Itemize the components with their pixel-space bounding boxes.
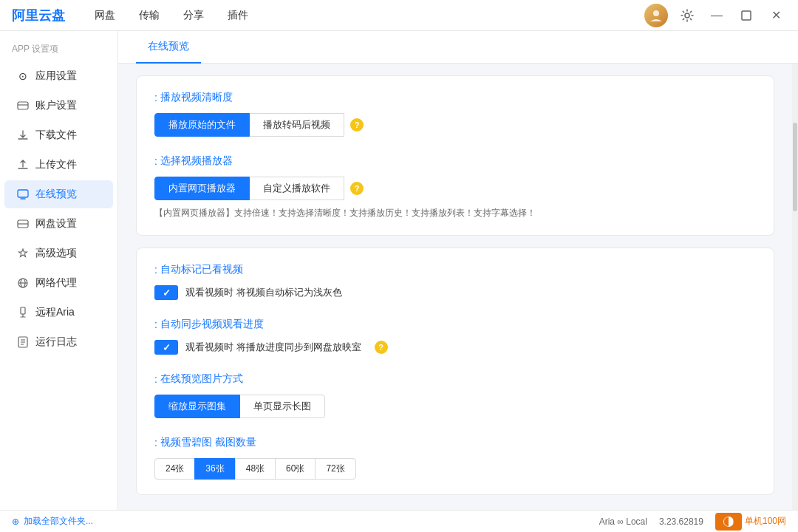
auto-sync-title: 自动同步视频观看进度 xyxy=(154,318,756,331)
btn-builtin-player[interactable]: 内置网页播放器 xyxy=(154,177,250,200)
app-logo: 阿里云盘 xyxy=(12,7,65,24)
auto-sync-checkbox-row: 观看视频时 将播放进度同步到网盘放映室 ? xyxy=(154,340,756,355)
sidebar-label-netdisk: 网盘设置 xyxy=(35,217,77,231)
video-player-group: 内置网页播放器 自定义播放软件 ? xyxy=(154,177,756,200)
sidebar-item-app-settings[interactable]: ⊙ 应用设置 xyxy=(4,62,113,90)
btn-count-72[interactable]: 72张 xyxy=(315,458,355,480)
nav-plugin[interactable]: 插件 xyxy=(228,6,248,25)
account-icon xyxy=(16,99,30,112)
sidebar-item-online-preview[interactable]: 在线预览 xyxy=(4,180,113,208)
sidebar-label-online-preview: 在线预览 xyxy=(35,188,77,201)
auto-sync-hint-icon[interactable]: ? xyxy=(375,341,388,354)
site-badge: 单机100网 xyxy=(715,513,786,531)
svg-rect-3 xyxy=(18,102,28,109)
remote-icon xyxy=(16,306,30,319)
btn-original-file[interactable]: 播放原始的文件 xyxy=(154,113,250,137)
auto-sync-section: 自动同步视频观看进度 观看视频时 将播放进度同步到网盘放映室 ? xyxy=(154,318,756,355)
network-icon xyxy=(16,276,30,290)
sidebar-label-upload: 上传文件 xyxy=(35,158,77,171)
scrollbar-thumb[interactable] xyxy=(793,123,797,211)
auto-mark-label: 观看视频时 将视频自动标记为浅灰色 xyxy=(185,286,342,299)
scrollbar-track[interactable] xyxy=(792,64,798,510)
load-label: 加载全部文件夹... xyxy=(24,515,93,528)
sidebar-item-advanced[interactable]: 高级选项 xyxy=(4,239,113,267)
upload-icon xyxy=(16,158,30,171)
statusbar: ⊕ 加载全部文件夹... Aria ∞ Local 3.23.62819 单机1… xyxy=(0,510,798,532)
advanced-icon xyxy=(16,247,30,260)
sidebar-label-network: 网络代理 xyxy=(35,276,77,290)
video-quality-hint-icon[interactable]: ? xyxy=(350,118,364,132)
waveform-section: 视频雪碧图 截图数量 24张 36张 48张 60张 72张 xyxy=(154,436,756,480)
video-player-section: 选择视频播放器 内置网页播放器 自定义播放软件 ? 【内置网页播放器】支持倍速！… xyxy=(154,154,756,220)
video-quality-title: 播放视频清晰度 xyxy=(154,91,756,104)
titlebar-left: 阿里云盘 网盘 传输 分享 插件 xyxy=(12,6,248,25)
load-icon: ⊕ xyxy=(12,516,19,527)
auto-sync-label: 观看视频时 将播放进度同步到网盘放映室 xyxy=(185,341,361,354)
nav-netdisk[interactable]: 网盘 xyxy=(95,6,115,25)
auto-mark-section: 自动标记已看视频 观看视频时 将视频自动标记为浅灰色 xyxy=(154,263,756,300)
btn-single-long-image[interactable]: 单页显示长图 xyxy=(239,395,325,418)
auto-mark-checkbox[interactable] xyxy=(154,285,178,300)
settings-button[interactable] xyxy=(677,5,698,26)
image-preview-group: 缩放显示图集 单页显示长图 xyxy=(154,395,756,418)
sidebar-item-download[interactable]: 下载文件 xyxy=(4,121,113,149)
netdisk-icon xyxy=(16,217,30,231)
sidebar-item-account-settings[interactable]: 账户设置 xyxy=(4,92,113,120)
sidebar: APP 设置项 ⊙ 应用设置 账户设置 下载文件 xyxy=(0,31,118,510)
avatar[interactable] xyxy=(644,4,668,27)
video-player-title: 选择视频播放器 xyxy=(154,154,756,168)
sidebar-item-upload[interactable]: 上传文件 xyxy=(4,151,113,179)
minimize-button[interactable]: — xyxy=(706,5,727,26)
svg-point-1 xyxy=(685,13,689,18)
video-settings-card: 播放视频清晰度 播放原始的文件 播放转码后视频 ? 选择视频播放器 xyxy=(136,75,774,236)
svg-rect-11 xyxy=(21,307,25,314)
online-preview-icon xyxy=(16,188,30,201)
sidebar-item-run-log[interactable]: 运行日志 xyxy=(4,328,113,356)
aria-status: Aria ∞ Local xyxy=(599,516,647,527)
btn-custom-player[interactable]: 自定义播放软件 xyxy=(249,177,344,200)
statusbar-load-all[interactable]: ⊕ 加载全部文件夹... xyxy=(12,515,93,528)
sidebar-label-account: 账户设置 xyxy=(35,99,77,112)
tab-online-preview[interactable]: 在线预览 xyxy=(136,31,201,64)
settings-wrapper: 播放视频清晰度 播放原始的文件 播放转码后视频 ? 选择视频播放器 xyxy=(118,64,792,510)
advanced-settings-card: 自动标记已看视频 观看视频时 将视频自动标记为浅灰色 自动同步视频观看进度 xyxy=(136,248,774,495)
statusbar-right: Aria ∞ Local 3.23.62819 单机100网 xyxy=(599,513,786,531)
nav-share[interactable]: 分享 xyxy=(183,6,204,25)
video-player-desc: 【内置网页播放器】支持倍速！支持选择清晰度！支持播放历史！支持播放列表！支持字幕… xyxy=(154,206,756,220)
video-quality-section: 播放视频清晰度 播放原始的文件 播放转码后视频 ? xyxy=(154,91,756,137)
site-label: 单机100网 xyxy=(745,515,786,528)
sidebar-item-netdisk-settings[interactable]: 网盘设置 xyxy=(4,210,113,238)
svg-rect-5 xyxy=(18,190,28,197)
sidebar-label-log: 运行日志 xyxy=(35,335,77,349)
svg-rect-2 xyxy=(742,11,751,20)
waveform-count-group: 24张 36张 48张 60张 72张 xyxy=(154,458,756,480)
version-info: 3.23.62819 xyxy=(659,516,703,527)
btn-zoom-gallery[interactable]: 缩放显示图集 xyxy=(154,395,240,418)
tab-bar: 在线预览 xyxy=(118,31,798,64)
sidebar-label-advanced: 高级选项 xyxy=(35,247,77,260)
waveform-title: 视频雪碧图 截图数量 xyxy=(154,436,756,449)
sidebar-item-network-proxy[interactable]: 网络代理 xyxy=(4,269,113,297)
sidebar-item-remote-aria[interactable]: 远程Aria xyxy=(4,299,113,327)
maximize-button[interactable] xyxy=(736,5,757,26)
sidebar-label-app-settings: 应用设置 xyxy=(35,69,77,83)
auto-sync-checkbox[interactable] xyxy=(154,340,178,355)
download-icon xyxy=(16,129,30,142)
image-preview-section: 在线预览图片方式 缩放显示图集 单页显示长图 xyxy=(154,372,756,418)
titlebar-right: — ✕ xyxy=(644,4,786,27)
video-quality-group: 播放原始的文件 播放转码后视频 ? xyxy=(154,113,756,137)
content-area: 播放视频清晰度 播放原始的文件 播放转码后视频 ? 选择视频播放器 xyxy=(118,64,792,510)
btn-count-48[interactable]: 48张 xyxy=(235,458,276,480)
btn-count-36[interactable]: 36张 xyxy=(194,458,235,480)
sidebar-section-title: APP 设置项 xyxy=(0,31,117,61)
sidebar-label-remote: 远程Aria xyxy=(35,306,75,319)
titlebar: 阿里云盘 网盘 传输 分享 插件 — ✕ xyxy=(0,0,798,31)
btn-transcoded-video[interactable]: 播放转码后视频 xyxy=(249,113,344,137)
image-preview-title: 在线预览图片方式 xyxy=(154,372,756,386)
close-button[interactable]: ✕ xyxy=(765,5,786,26)
btn-count-60[interactable]: 60张 xyxy=(275,458,316,480)
nav-transfer[interactable]: 传输 xyxy=(139,6,160,25)
video-player-hint-icon[interactable]: ? xyxy=(350,182,364,195)
svg-point-0 xyxy=(653,10,659,16)
btn-count-24[interactable]: 24张 xyxy=(154,458,195,480)
